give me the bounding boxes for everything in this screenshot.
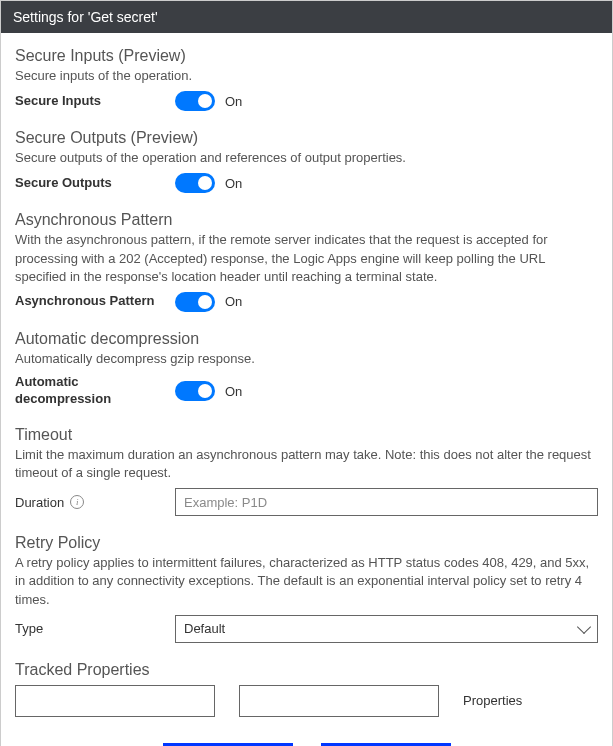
settings-panel: Settings for 'Get secret' Secure Inputs … [0,0,613,746]
secure-inputs-title: Secure Inputs (Preview) [15,47,598,65]
secure-outputs-toggle[interactable] [175,173,215,193]
section-timeout: Timeout Limit the maximum duration an as… [15,426,598,516]
async-pattern-title: Asynchronous Pattern [15,211,598,229]
async-pattern-toggle[interactable] [175,292,215,312]
secure-inputs-state: On [225,94,242,109]
auto-decompress-toggle[interactable] [175,381,215,401]
retry-desc: A retry policy applies to intermittent f… [15,554,598,609]
async-pattern-label: Asynchronous Pattern [15,293,175,310]
secure-outputs-desc: Secure outputs of the operation and refe… [15,149,598,167]
duration-label: Duration i [15,495,175,510]
section-async-pattern: Asynchronous Pattern With the asynchrono… [15,211,598,312]
auto-decompress-desc: Automatically decompress gzip response. [15,350,598,368]
tracked-caption: Properties [463,693,522,708]
tracked-value-input[interactable] [239,685,439,717]
retry-type-label: Type [15,621,175,636]
secure-inputs-toggle[interactable] [175,91,215,111]
tracked-title: Tracked Properties [15,661,598,679]
duration-input[interactable] [175,488,598,516]
section-tracked-properties: Tracked Properties Properties [15,661,598,717]
retry-title: Retry Policy [15,534,598,552]
auto-decompress-label: Automatic decompression [15,374,175,408]
timeout-title: Timeout [15,426,598,444]
chevron-down-icon [577,620,591,634]
retry-type-select[interactable]: Default [175,615,598,643]
auto-decompress-title: Automatic decompression [15,330,598,348]
section-secure-outputs: Secure Outputs (Preview) Secure outputs … [15,129,598,193]
secure-inputs-label: Secure Inputs [15,93,175,110]
secure-inputs-desc: Secure inputs of the operation. [15,67,598,85]
secure-outputs-title: Secure Outputs (Preview) [15,129,598,147]
panel-title: Settings for 'Get secret' [13,9,158,25]
secure-outputs-label: Secure Outputs [15,175,175,192]
auto-decompress-state: On [225,384,242,399]
panel-header: Settings for 'Get secret' [1,1,612,33]
timeout-desc: Limit the maximum duration an asynchrono… [15,446,598,482]
tracked-key-input[interactable] [15,685,215,717]
info-icon[interactable]: i [70,495,84,509]
section-retry-policy: Retry Policy A retry policy applies to i… [15,534,598,643]
secure-outputs-state: On [225,176,242,191]
async-pattern-state: On [225,294,242,309]
section-secure-inputs: Secure Inputs (Preview) Secure inputs of… [15,47,598,111]
duration-label-text: Duration [15,495,64,510]
retry-type-value: Default [184,621,225,636]
footer: Done Cancel [15,725,598,746]
async-pattern-desc: With the asynchronous pattern, if the re… [15,231,598,286]
section-auto-decompress: Automatic decompression Automatically de… [15,330,598,408]
panel-body: Secure Inputs (Preview) Secure inputs of… [1,33,612,746]
